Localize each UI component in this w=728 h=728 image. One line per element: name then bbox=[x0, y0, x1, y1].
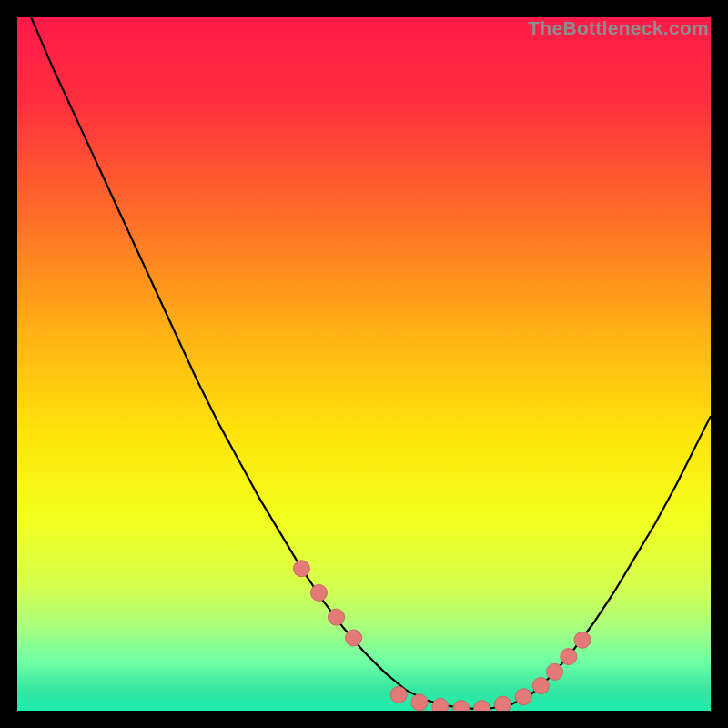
bottleneck-curve bbox=[17, 17, 711, 711]
plot-area: TheBottleneck.com bbox=[17, 17, 711, 711]
curve-marker bbox=[494, 696, 511, 711]
curve-marker bbox=[532, 678, 549, 694]
curve-marker bbox=[561, 649, 577, 665]
curve-marker bbox=[515, 689, 531, 705]
curve-marker bbox=[547, 663, 563, 680]
curve-marker bbox=[411, 694, 428, 711]
curve-marker bbox=[474, 701, 490, 711]
curve-marker bbox=[329, 609, 345, 625]
curve-marker bbox=[293, 561, 309, 577]
curve-marker bbox=[453, 701, 470, 711]
chart-frame: TheBottleneck.com bbox=[17, 17, 711, 711]
curve-marker bbox=[390, 686, 407, 703]
curve-marker bbox=[574, 632, 591, 648]
curve-marker bbox=[310, 584, 327, 601]
curve-marker bbox=[346, 630, 362, 646]
curve-markers bbox=[293, 561, 591, 711]
curve-line bbox=[31, 17, 711, 709]
watermark-text: TheBottleneck.com bbox=[528, 17, 709, 39]
curve-marker bbox=[432, 698, 449, 711]
